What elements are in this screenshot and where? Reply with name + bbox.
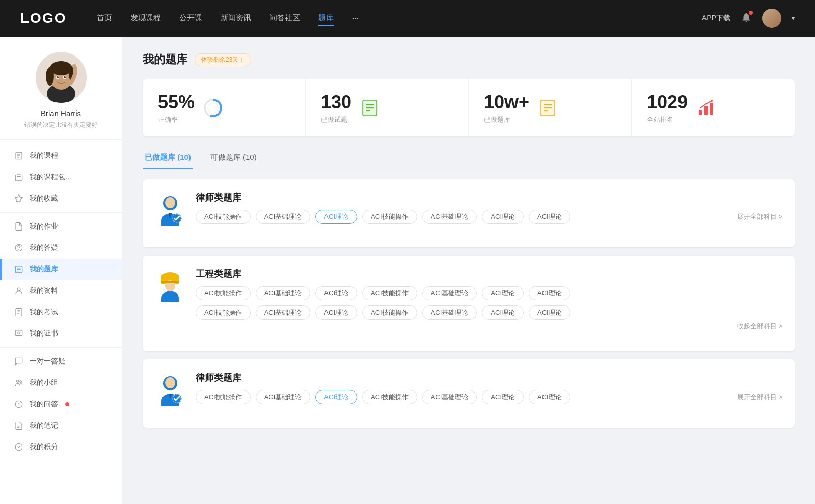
- profile-section: Brian Harris 错误的决定比没有决定要好: [0, 52, 122, 140]
- sidebar-item-package[interactable]: 我的课程包...: [0, 166, 122, 188]
- stat-rank-text: 1029 全站排名: [647, 92, 688, 124]
- stat-rank-value: 1029: [647, 92, 688, 113]
- tag-eng-6[interactable]: ACI理论: [529, 286, 570, 300]
- expand-lawyer-1[interactable]: 展开全部科目 >: [737, 212, 782, 221]
- sidebar-item-qa-help[interactable]: 我的答疑: [0, 237, 122, 259]
- tag-eng-2[interactable]: ACI理论: [315, 286, 357, 300]
- bank-content-lawyer-1: 律师类题库 ACI技能操作 ACI基础理论 ACI理论 ACI技能操作 ACI基…: [196, 191, 782, 224]
- collapse-engineer[interactable]: 收起全部科目 >: [737, 322, 782, 331]
- engineer-collapse-footer: 收起全部科目 >: [196, 322, 782, 331]
- tag-eng-r2-6[interactable]: ACI理论: [529, 305, 570, 320]
- stat-done-banks-label: 已做题库: [484, 115, 529, 124]
- tag-lawyer2-3[interactable]: ACI技能操作: [362, 390, 417, 404]
- bank-title-engineer: 工程类题库: [196, 268, 782, 280]
- tag-lawyer-1-1[interactable]: ACI基础理论: [256, 210, 311, 224]
- tag-lawyer2-5[interactable]: ACI理论: [482, 390, 524, 404]
- tag-lawyer2-4[interactable]: ACI基础理论: [422, 390, 477, 404]
- sidebar-item-myqa[interactable]: 我的问答: [0, 394, 122, 415]
- nav-divider-1: [0, 212, 122, 213]
- sidebar-item-bank[interactable]: 我的题库: [0, 259, 122, 280]
- sidebar-item-profile[interactable]: 我的资料: [0, 280, 122, 301]
- svg-point-9: [57, 76, 59, 78]
- tags-lawyer-2: ACI技能操作 ACI基础理论 ACI理论 ACI技能操作 ACI基础理论 AC…: [196, 390, 782, 404]
- sidebar-item-points[interactable]: 我的积分: [0, 436, 122, 458]
- tag-eng-r2-2[interactable]: ACI理论: [315, 305, 357, 320]
- tag-lawyer-1-2[interactable]: ACI理论: [315, 210, 357, 224]
- svg-rect-47: [699, 110, 702, 115]
- svg-point-24: [17, 288, 20, 291]
- user-avatar-nav[interactable]: [762, 9, 781, 28]
- page-header: 我的题库 体验剩余23天！: [143, 52, 795, 67]
- sidebar-item-favorites[interactable]: 我的收藏: [0, 188, 122, 209]
- stat-rank: 1029 全站排名: [632, 79, 795, 136]
- expand-lawyer-2[interactable]: 展开全部科目 >: [737, 393, 782, 402]
- tabs-row: 已做题库 (10) 可做题库 (10): [143, 149, 795, 169]
- nav-links: 首页 发现课程 公开课 新闻资讯 问答社区 题库 ···: [97, 11, 702, 26]
- tag-lawyer-1-6[interactable]: ACI理论: [529, 210, 570, 224]
- svg-point-5: [46, 67, 54, 86]
- tag-eng-1[interactable]: ACI基础理论: [256, 286, 311, 300]
- tag-eng-4[interactable]: ACI基础理论: [422, 286, 477, 300]
- app-download-button[interactable]: APP下载: [702, 14, 730, 23]
- user-avatar-container: [36, 52, 87, 103]
- sidebar-item-notes[interactable]: 我的笔记: [0, 415, 122, 436]
- user-motto: 错误的决定比没有决定要好: [24, 121, 98, 129]
- tag-lawyer2-1[interactable]: ACI基础理论: [256, 390, 311, 404]
- tag-lawyer-1-5[interactable]: ACI理论: [482, 210, 524, 224]
- sidebar-item-cert[interactable]: 我的证书: [0, 323, 122, 344]
- nav-openclass[interactable]: 公开课: [179, 11, 202, 26]
- sidebar-item-course[interactable]: 我的课程: [0, 145, 122, 166]
- tag-eng-5[interactable]: ACI理论: [482, 286, 524, 300]
- qa-icon: [14, 400, 23, 409]
- tag-lawyer-1-0[interactable]: ACI技能操作: [196, 210, 251, 224]
- tag-lawyer-1-3[interactable]: ACI技能操作: [362, 210, 417, 224]
- stat-done-banks: 10w+ 已做题库: [469, 79, 632, 136]
- sidebar-item-label-package: 我的课程包...: [30, 173, 71, 182]
- sidebar-item-homework[interactable]: 我的作业: [0, 216, 122, 237]
- svg-point-52: [165, 197, 175, 208]
- tag-eng-r2-5[interactable]: ACI理论: [482, 305, 524, 320]
- sidebar-item-label-homework: 我的作业: [30, 222, 58, 231]
- notification-bell[interactable]: [741, 12, 752, 25]
- tag-eng-r2-4[interactable]: ACI基础理论: [422, 305, 477, 320]
- user-menu-chevron[interactable]: ▾: [792, 15, 795, 22]
- tag-eng-r2-1[interactable]: ACI基础理论: [256, 305, 311, 320]
- sidebar-item-label-myqa: 我的问答: [30, 400, 58, 409]
- tab-done-banks[interactable]: 已做题库 (10): [143, 149, 193, 169]
- nav-bank[interactable]: 题库: [318, 11, 334, 26]
- sidebar-item-label-course: 我的课程: [30, 151, 58, 160]
- tag-eng-3[interactable]: ACI技能操作: [362, 286, 417, 300]
- profile-icon: [14, 286, 23, 295]
- tag-eng-r2-3[interactable]: ACI技能操作: [362, 305, 417, 320]
- svg-point-50: [711, 100, 713, 102]
- tag-eng-0[interactable]: ACI技能操作: [196, 286, 251, 300]
- tag-lawyer2-6[interactable]: ACI理论: [529, 390, 570, 404]
- user-name: Brian Harris: [41, 109, 81, 118]
- stat-rank-label: 全站排名: [647, 115, 688, 124]
- tab-available-banks[interactable]: 可做题库 (10): [208, 149, 259, 169]
- sidebar: Brian Harris 错误的决定比没有决定要好 我的课程 我的课程包...: [0, 37, 122, 504]
- nav-home[interactable]: 首页: [97, 11, 112, 26]
- nav-discover[interactable]: 发现课程: [130, 11, 161, 26]
- bank-item-lawyer-1: 律师类题库 ACI技能操作 ACI基础理论 ACI理论 ACI技能操作 ACI基…: [143, 179, 795, 247]
- tag-eng-r2-0[interactable]: ACI技能操作: [196, 305, 251, 320]
- nav-news[interactable]: 新闻资讯: [221, 11, 251, 26]
- tag-lawyer2-0[interactable]: ACI技能操作: [196, 390, 251, 404]
- exam-icon: [14, 307, 23, 317]
- nav-qa[interactable]: 问答社区: [269, 11, 300, 26]
- points-icon: [14, 442, 23, 452]
- nav-more[interactable]: ···: [352, 11, 359, 26]
- tag-lawyer2-2[interactable]: ACI理论: [315, 390, 357, 404]
- sidebar-item-one-on-one[interactable]: 一对一答疑: [0, 351, 122, 372]
- sidebar-item-group[interactable]: 我的小组: [0, 372, 122, 394]
- tag-lawyer-1-4[interactable]: ACI基础理论: [422, 210, 477, 224]
- sidebar-item-exam[interactable]: 我的考试: [0, 301, 122, 323]
- stat-done-banks-text: 10w+ 已做题库: [484, 92, 529, 124]
- svg-rect-26: [15, 330, 22, 336]
- sidebar-menu: 我的课程 我的课程包... 我的收藏 我的作业: [0, 140, 122, 463]
- sidebar-item-label-qa-help: 我的答疑: [30, 243, 58, 253]
- stat-done-questions-label: 已做试题: [321, 115, 351, 124]
- package-icon: [14, 173, 23, 182]
- group-icon: [14, 378, 23, 387]
- bank-header-lawyer-1: 律师类题库 ACI技能操作 ACI基础理论 ACI理论 ACI技能操作 ACI基…: [155, 191, 782, 227]
